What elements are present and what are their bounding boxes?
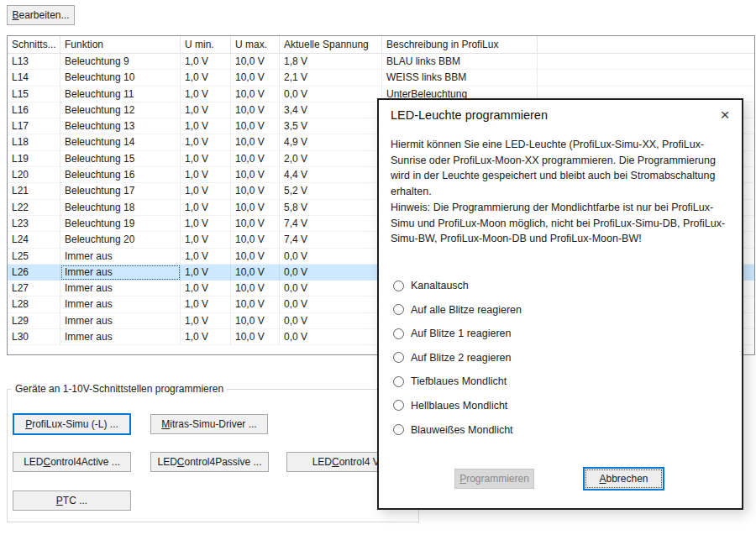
cell-interface[interactable]: L19 <box>8 151 60 167</box>
cell-umax[interactable]: 10,0 V <box>231 134 280 150</box>
cell-interface[interactable]: L26 <box>8 265 60 281</box>
cell-interface[interactable]: L17 <box>8 118 60 134</box>
radio-button-icon[interactable] <box>393 281 404 291</box>
cell-funktion[interactable]: Beleuchtung 18 <box>60 200 181 216</box>
cell-funktion[interactable]: Beleuchtung 13 <box>60 118 181 134</box>
cell-funktion[interactable]: Immer aus <box>60 296 181 312</box>
edit-button[interactable]: Bearbeiten... <box>7 5 75 25</box>
cell-spannung[interactable]: 4,4 V <box>280 167 382 183</box>
cell-beschreibung[interactable]: WEISS links BBM <box>382 70 538 86</box>
cell-interface[interactable]: L29 <box>8 313 60 329</box>
cell-spannung[interactable]: 0,0 V <box>280 313 382 329</box>
radio-button-icon[interactable] <box>393 352 404 363</box>
cell-spannung[interactable]: 0,0 V <box>280 296 382 312</box>
mitras-simu-driver-button[interactable]: Mitras-Simu-Driver ... <box>150 414 268 434</box>
cell-interface[interactable]: L28 <box>8 296 60 312</box>
radio-button-icon[interactable] <box>393 304 404 315</box>
cell-funktion[interactable]: Beleuchtung 16 <box>60 167 181 183</box>
cell-umax[interactable]: 10,0 V <box>231 232 280 248</box>
cell-funktion[interactable]: Beleuchtung 12 <box>60 102 181 118</box>
cell-spannung[interactable]: 0,0 V <box>280 87 382 102</box>
cell-spannung[interactable]: 4,9 V <box>280 134 382 150</box>
cell-funktion[interactable]: Beleuchtung 20 <box>60 232 181 248</box>
cell-funktion[interactable]: Immer aus <box>60 249 181 265</box>
cell-interface[interactable]: L20 <box>8 167 60 183</box>
cell-spannung[interactable]: 2,0 V <box>280 151 382 167</box>
cell-umax[interactable]: 10,0 V <box>231 70 280 86</box>
cell-umin[interactable]: 1,0 V <box>181 151 231 167</box>
radio-option[interactable]: Auf Blitze 1 reagieren <box>393 327 522 340</box>
cell-funktion[interactable]: Beleuchtung 11 <box>60 87 181 102</box>
ledcontrol4active-button[interactable]: LEDControl4Active ... <box>13 452 131 472</box>
profilux-simu-button[interactable]: ProfiLux-Simu (-L) ... <box>13 413 131 435</box>
column-header-spannung[interactable]: Aktuelle Spannung <box>280 36 382 54</box>
cell-interface[interactable]: L30 <box>8 329 60 345</box>
cell-spannung[interactable]: 0,0 V <box>280 265 382 281</box>
cell-umin[interactable]: 1,0 V <box>181 102 231 118</box>
cell-umax[interactable]: 10,0 V <box>231 313 280 329</box>
cell-spannung[interactable]: 7,4 V <box>280 216 382 232</box>
cell-interface[interactable]: L14 <box>8 70 60 86</box>
cell-interface[interactable]: L22 <box>8 200 60 216</box>
radio-button-icon[interactable] <box>393 424 404 435</box>
cell-spannung[interactable]: 0,0 V <box>280 249 382 265</box>
close-icon[interactable]: × <box>715 105 735 125</box>
column-header-umax[interactable]: U max. <box>231 36 280 54</box>
cell-interface[interactable]: L21 <box>8 183 60 199</box>
radio-option[interactable]: Auf alle Blitze reagieren <box>393 303 522 317</box>
cell-umin[interactable]: 1,0 V <box>181 118 231 134</box>
cell-umin[interactable]: 1,0 V <box>181 249 231 265</box>
cell-umin[interactable]: 1,0 V <box>181 167 231 183</box>
cell-umax[interactable]: 10,0 V <box>231 200 280 216</box>
cell-spannung[interactable]: 0,0 V <box>280 329 382 345</box>
cell-interface[interactable]: L13 <box>8 54 60 70</box>
column-header-funktion[interactable]: Funktion <box>60 36 181 54</box>
cell-interface[interactable]: L15 <box>8 87 60 102</box>
radio-button-icon[interactable] <box>393 328 404 339</box>
cell-interface[interactable]: L27 <box>8 281 60 296</box>
cell-umax[interactable]: 10,0 V <box>231 151 280 167</box>
cell-umin[interactable]: 1,0 V <box>181 183 231 199</box>
cell-umin[interactable]: 1,0 V <box>181 200 231 216</box>
cell-umax[interactable]: 10,0 V <box>231 54 280 70</box>
cell-spannung[interactable]: 5,8 V <box>280 200 382 216</box>
radio-option[interactable]: Auf Blitze 2 reagieren <box>393 351 522 365</box>
cell-umax[interactable]: 10,0 V <box>231 216 280 232</box>
cell-umax[interactable]: 10,0 V <box>231 265 280 281</box>
radio-button-icon[interactable] <box>393 400 404 411</box>
table-row[interactable]: L14 Beleuchtung 10 1,0 V 10,0 V 2,1 V WE… <box>8 70 754 86</box>
cell-funktion[interactable]: Beleuchtung 15 <box>60 151 181 167</box>
radio-option[interactable]: Hellblaues Mondlicht <box>393 399 522 412</box>
cell-umax[interactable]: 10,0 V <box>231 183 280 199</box>
cell-umin[interactable]: 1,0 V <box>181 232 231 248</box>
cell-umin[interactable]: 1,0 V <box>181 313 231 329</box>
cell-umin[interactable]: 1,0 V <box>181 329 231 345</box>
cell-funktion[interactable]: Beleuchtung 10 <box>60 70 181 86</box>
cell-funktion[interactable]: Beleuchtung 14 <box>60 134 181 150</box>
radio-option[interactable]: Blauweißes Mondlicht <box>393 423 522 437</box>
cell-umax[interactable]: 10,0 V <box>231 329 280 345</box>
cell-funktion[interactable]: Immer aus <box>60 313 181 329</box>
cell-interface[interactable]: L18 <box>8 134 60 150</box>
cell-beschreibung[interactable]: BLAU links BBM <box>382 54 538 70</box>
cell-umin[interactable]: 1,0 V <box>181 265 231 281</box>
cell-umax[interactable]: 10,0 V <box>231 167 280 183</box>
ledcontrol4passive-button[interactable]: LEDControl4Passive ... <box>150 452 269 472</box>
cell-funktion[interactable]: Immer aus <box>60 281 181 296</box>
cell-umin[interactable]: 1,0 V <box>181 296 231 312</box>
column-header-schnittstelle[interactable]: Schnitts... <box>8 36 60 54</box>
cell-umax[interactable]: 10,0 V <box>231 249 280 265</box>
ptc-button[interactable]: PTC ... <box>13 490 131 511</box>
cell-umax[interactable]: 10,0 V <box>231 296 280 312</box>
cell-spannung[interactable]: 3,4 V <box>280 102 382 118</box>
cell-funktion[interactable]: Immer aus <box>60 265 181 281</box>
cell-umax[interactable]: 10,0 V <box>231 118 280 134</box>
cell-spannung[interactable]: 5,2 V <box>280 183 382 199</box>
column-header-umin[interactable]: U min. <box>181 36 231 54</box>
programmieren-button[interactable]: Programmieren <box>454 469 534 489</box>
cell-funktion[interactable]: Immer aus <box>60 329 181 345</box>
cell-umax[interactable]: 10,0 V <box>231 281 280 296</box>
cell-umax[interactable]: 10,0 V <box>231 102 280 118</box>
cell-spannung[interactable]: 2,1 V <box>280 70 382 86</box>
cell-umax[interactable]: 10,0 V <box>231 87 280 102</box>
